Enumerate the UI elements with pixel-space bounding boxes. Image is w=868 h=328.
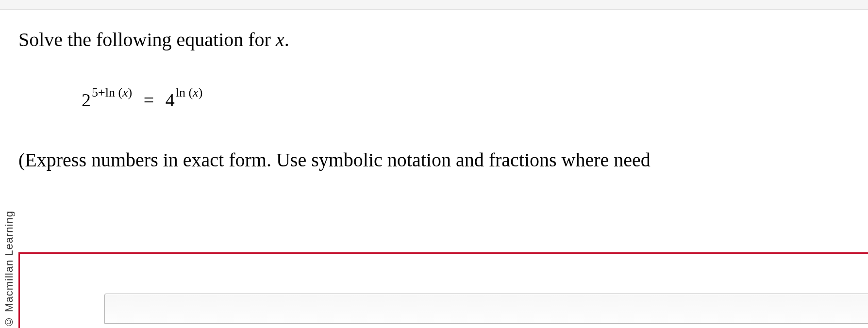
eq-left-base: 2: [82, 89, 91, 111]
prompt-variable: x: [276, 29, 284, 50]
eq-equals: =: [144, 89, 154, 111]
prompt-prefix: Solve the following equation for: [18, 29, 276, 50]
eq-right-exp-prefix: ln (: [176, 85, 193, 99]
eq-right-exponent: ln (x): [175, 85, 203, 100]
question-content: Solve the following equation for x. 25+l…: [18, 28, 868, 171]
eq-left-exponent: 5+ln (x): [91, 85, 132, 100]
eq-right-exp-var: x: [193, 85, 199, 99]
top-divider: [0, 0, 868, 10]
equation: 25+ln (x) = 4ln (x): [82, 88, 868, 111]
eq-left-exp-suffix: ): [128, 85, 133, 99]
answer-frame: [18, 252, 868, 328]
eq-left-exp-var: x: [122, 85, 128, 99]
eq-right-base: 4: [166, 89, 175, 111]
copyright-text: © Macmillan Learning: [3, 29, 15, 328]
instructions-text: (Express numbers in exact form. Use symb…: [18, 148, 868, 171]
prompt-suffix: .: [284, 29, 289, 50]
eq-right-exp-suffix: ): [199, 85, 203, 99]
answer-input[interactable]: [104, 294, 868, 324]
question-prompt: Solve the following equation for x.: [18, 28, 868, 51]
eq-left-exp-prefix: 5+ln (: [92, 85, 122, 99]
